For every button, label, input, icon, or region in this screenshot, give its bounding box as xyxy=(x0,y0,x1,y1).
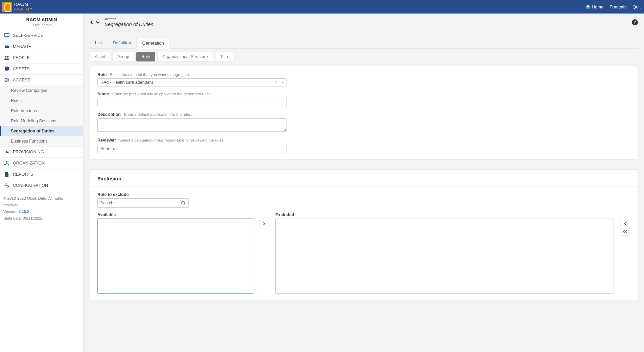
sidebar-item-label: PROVISIONING xyxy=(13,150,44,154)
chevron-down-icon[interactable]: ▼ xyxy=(279,81,284,84)
role-select[interactable]: RAd - Health care attendant ✕ ▼ xyxy=(97,78,287,86)
tabs: List Definition Generation xyxy=(90,37,638,49)
document-icon xyxy=(4,172,9,177)
sidebar-item-configuration[interactable]: CONFIGURATION xyxy=(0,180,83,191)
sidebar-item-label: ORGANIZATION xyxy=(13,161,45,166)
tab-definition[interactable]: Definition xyxy=(107,37,136,48)
brand: RAC/M IDENTITY xyxy=(0,0,32,14)
svg-point-4 xyxy=(5,56,7,58)
globe-icon xyxy=(4,77,9,83)
sidebar-sub-role-modeling[interactable]: Role Modeling Sessions xyxy=(0,116,83,126)
move-left-button[interactable] xyxy=(620,220,630,227)
page-header: Access Segregation of Duties ? xyxy=(90,17,638,29)
svg-point-12 xyxy=(7,186,9,187)
home-label: Home xyxy=(592,4,604,9)
sidebar-item-label: ASSETS xyxy=(13,67,29,71)
sidebar-item-access[interactable]: ACCESS xyxy=(0,75,83,85)
subtab-role[interactable]: Role xyxy=(136,52,155,61)
subtab-org-structure[interactable]: Organizational Structure xyxy=(157,52,213,61)
toolbox-icon xyxy=(4,44,9,49)
sidebar-item-provisioning[interactable]: PROVISIONING xyxy=(0,147,83,157)
copyright: © 2010-2022 Okiok Data. All rights reser… xyxy=(3,195,80,208)
sidebar-sub-review-campaigns[interactable]: Review Campaigns xyxy=(0,85,83,96)
language-link[interactable]: Français xyxy=(610,4,626,9)
svg-rect-2 xyxy=(5,46,9,48)
svg-point-13 xyxy=(182,201,185,204)
sidebar-item-people[interactable]: PEOPLE xyxy=(0,52,83,63)
subtab-title[interactable]: Title xyxy=(215,52,233,61)
subtab-asset[interactable]: Asset xyxy=(90,52,110,61)
description-label: Description xyxy=(97,112,121,117)
sidebar-item-reports[interactable]: REPORTS xyxy=(0,169,83,180)
exclusion-title: Exclusion xyxy=(97,176,630,181)
version-link[interactable]: 3.15.2 xyxy=(19,209,29,213)
role-to-exclude-label: Role to exclude xyxy=(97,192,129,197)
people-icon xyxy=(4,55,9,60)
admin-title: RACM ADMIN xyxy=(0,17,83,22)
sidebar-footer: © 2010-2022 Okiok Data. All rights reser… xyxy=(0,191,83,226)
content: Access Segregation of Duties ? List Defi… xyxy=(84,14,644,352)
database-icon xyxy=(4,66,9,72)
topbar: RAC/M IDENTITY Home Français Quit xyxy=(0,0,644,14)
available-listbox[interactable] xyxy=(97,219,253,294)
sidebar-header: RACM ADMIN User: admin xyxy=(0,14,83,30)
brand-line2: IDENTITY xyxy=(14,7,32,11)
double-chevron-left-icon xyxy=(623,230,627,233)
sidebar-item-label: PEOPLE xyxy=(13,55,30,60)
exclusion-search-input[interactable] xyxy=(97,198,178,208)
help-icon[interactable]: ? xyxy=(632,19,638,25)
reviewer-label: Reviewer xyxy=(97,138,116,143)
role-label: Role xyxy=(97,72,107,77)
name-hint: Enter the prefix that will be applied to… xyxy=(112,92,211,96)
breadcrumb-current: Segregation of Duties xyxy=(105,21,153,27)
name-label: Name xyxy=(97,92,109,96)
sidebar-item-label: ACCESS xyxy=(13,78,30,82)
nav-back-icon[interactable] xyxy=(90,20,94,24)
excluded-label: Excluded xyxy=(275,212,614,217)
move-right-button[interactable] xyxy=(259,220,269,227)
nav-down-icon[interactable] xyxy=(96,20,100,24)
topnav: Home Français Quit xyxy=(586,4,641,9)
search-button[interactable] xyxy=(178,198,189,208)
sidebar-item-label: CONFIGURATION xyxy=(13,183,48,188)
svg-point-8 xyxy=(6,161,7,162)
sidebar-item-label: SELF-SERVICE xyxy=(13,33,43,38)
brand-line1: RAC/M xyxy=(14,2,32,7)
tab-list[interactable]: List xyxy=(90,37,107,48)
subtab-group[interactable]: Group xyxy=(112,52,134,61)
sidebar-sub-roles[interactable]: Roles xyxy=(0,96,83,106)
quit-link[interactable]: Quit xyxy=(632,4,641,9)
sidebar-item-assets[interactable]: ASSETS xyxy=(0,64,83,74)
sidebar-sub-business-functions[interactable]: Business Functions xyxy=(0,136,83,146)
breadcrumb-parent: Access xyxy=(105,17,153,21)
available-label: Available xyxy=(97,212,253,217)
exclusion-panel: Exclusion Role to exclude Available xyxy=(90,169,638,300)
description-textarea[interactable] xyxy=(97,118,287,132)
sidebar-sub-role-versions[interactable]: Role Versions xyxy=(0,106,83,116)
brand-text: RAC/M IDENTITY xyxy=(14,2,32,11)
sidebar-item-label: MANAGE xyxy=(13,44,31,49)
sidebar-item-manage[interactable]: MANAGE xyxy=(0,41,83,52)
sidebar: RACM ADMIN User: admin SELF-SERVICE MANA… xyxy=(0,14,84,352)
gears-icon xyxy=(4,183,9,188)
generation-panel: Role Select the element that you want to… xyxy=(90,66,638,160)
home-icon xyxy=(586,5,590,9)
name-input[interactable] xyxy=(97,98,287,107)
reviewer-hint: Select a delegation group responsible fo… xyxy=(119,138,225,142)
reviewer-search-input[interactable] xyxy=(97,144,287,153)
chevron-left-icon xyxy=(623,222,627,225)
svg-point-5 xyxy=(7,56,9,58)
svg-rect-3 xyxy=(6,45,8,46)
sidebar-sub-segregation-of-duties[interactable]: Segregation of Duties xyxy=(0,126,83,136)
move-all-left-button[interactable] xyxy=(620,228,630,235)
tab-generation[interactable]: Generation xyxy=(136,37,169,49)
description-hint: Enter a default justification for the ru… xyxy=(124,112,192,117)
network-icon xyxy=(4,160,9,166)
sidebar-item-self-service[interactable]: SELF-SERVICE xyxy=(0,30,83,41)
subtabs: Asset Group Role Organizational Structur… xyxy=(90,52,638,61)
home-link[interactable]: Home xyxy=(586,4,604,9)
clear-icon[interactable]: ✕ xyxy=(273,80,279,85)
excluded-listbox[interactable] xyxy=(275,219,614,294)
sidebar-item-organization[interactable]: ORGANIZATION xyxy=(0,158,83,169)
svg-rect-1 xyxy=(6,37,8,37)
